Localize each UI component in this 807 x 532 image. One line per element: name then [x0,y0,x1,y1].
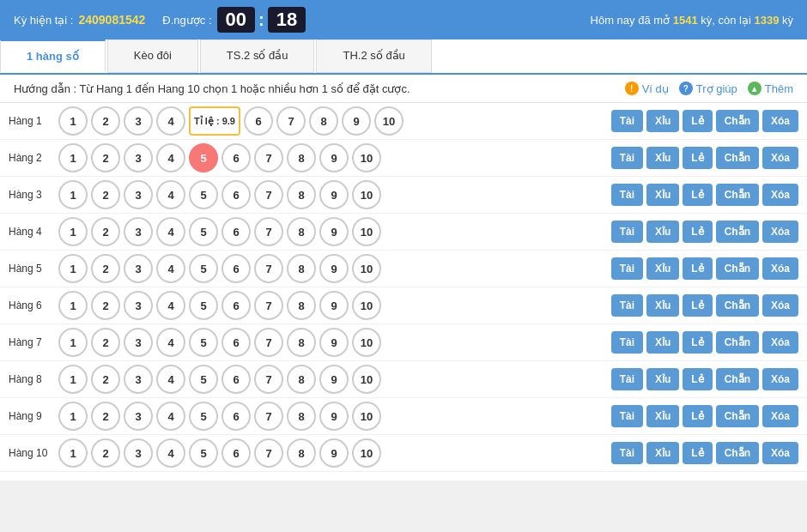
action-btn-chẵn-row5[interactable]: Chẵn [716,257,759,280]
num-btn-row1-7[interactable]: 7 [276,106,306,136]
num-btn-row10-9[interactable]: 9 [319,438,349,468]
action-btn-tài-row5[interactable]: Tài [611,257,643,280]
action-btn-lẻ-row5[interactable]: Lẻ [683,257,712,280]
num-btn-row5-8[interactable]: 8 [287,254,316,283]
action-btn-xóa-row2[interactable]: Xóa [762,147,798,169]
action-btn-tài-row9[interactable]: Tài [611,405,643,427]
num-btn-row8-7[interactable]: 7 [254,365,283,394]
action-btn-lẻ-row9[interactable]: Lẻ [683,405,712,427]
action-btn-chẵn-row9[interactable]: Chẵn [716,405,759,427]
num-btn-row8-2[interactable]: 2 [91,365,120,394]
num-btn-row5-1[interactable]: 1 [58,254,88,283]
num-btn-row6-9[interactable]: 9 [319,291,349,320]
num-btn-row2-1[interactable]: 1 [58,143,88,172]
num-btn-row7-6[interactable]: 6 [221,328,251,357]
num-btn-row4-9[interactable]: 9 [319,217,349,246]
num-btn-row8-3[interactable]: 3 [124,365,153,394]
action-btn-tài-row6[interactable]: Tài [611,294,643,317]
tab-tab2[interactable]: Kèo đôi [107,39,198,73]
num-btn-row1-6[interactable]: 6 [244,106,273,136]
num-btn-row1-10[interactable]: 10 [374,106,404,136]
action-btn-xóa-row4[interactable]: Xóa [762,221,798,243]
num-btn-row10-4[interactable]: 4 [156,438,185,468]
action-btn-xỉu-row3[interactable]: Xỉu [646,184,679,206]
num-btn-row3-4[interactable]: 4 [156,180,185,209]
action-btn-lẻ-row3[interactable]: Lẻ [683,184,712,206]
num-btn-row7-5[interactable]: 5 [189,328,218,357]
action-btn-tài-row7[interactable]: Tài [611,331,643,354]
num-btn-row4-1[interactable]: 1 [58,217,88,246]
num-btn-row2-5[interactable]: 5 [189,143,218,172]
num-btn-row1-2[interactable]: 2 [91,106,120,136]
num-btn-row4-6[interactable]: 6 [221,217,251,246]
action-btn-xỉu-row2[interactable]: Xỉu [646,147,679,169]
num-btn-row7-1[interactable]: 1 [58,328,88,357]
num-btn-row7-9[interactable]: 9 [319,328,349,357]
action-btn-xỉu-row8[interactable]: Xỉu [646,368,679,390]
num-btn-row3-2[interactable]: 2 [91,180,120,209]
action-btn-lẻ-row10[interactable]: Lẻ [683,442,712,464]
action-btn-lẻ-row4[interactable]: Lẻ [683,221,712,243]
num-btn-row5-6[interactable]: 6 [221,254,251,283]
num-btn-row1-1[interactable]: 1 [58,106,88,136]
action-btn-tài-row2[interactable]: Tài [611,147,643,169]
num-btn-row1-3[interactable]: 3 [124,106,153,136]
num-btn-row10-1[interactable]: 1 [58,438,88,468]
num-btn-row9-3[interactable]: 3 [124,402,153,431]
action-btn-xóa-row6[interactable]: Xóa [762,294,798,317]
num-btn-row3-7[interactable]: 7 [254,180,283,209]
num-btn-row8-8[interactable]: 8 [287,365,316,394]
num-btn-row3-1[interactable]: 1 [58,180,88,209]
num-btn-row8-6[interactable]: 6 [221,365,251,394]
tro-giup-action[interactable]: ? Trợ giúp [679,82,737,95]
action-btn-xỉu-row6[interactable]: Xỉu [646,294,679,317]
tab-tab4[interactable]: TH.2 số đầu [316,39,431,73]
num-btn-row7-7[interactable]: 7 [254,328,283,357]
num-btn-row5-7[interactable]: 7 [254,254,283,283]
action-btn-tài-row1[interactable]: Tài [611,110,643,132]
num-btn-row7-8[interactable]: 8 [287,328,316,357]
them-action[interactable]: ▲ Thêm [748,82,793,95]
num-btn-row6-7[interactable]: 7 [254,291,283,320]
action-btn-xóa-row10[interactable]: Xóa [762,442,798,464]
num-btn-row4-7[interactable]: 7 [254,217,283,246]
action-btn-chẵn-row10[interactable]: Chẵn [716,442,759,464]
num-btn-row2-3[interactable]: 3 [124,143,153,172]
action-btn-xỉu-row4[interactable]: Xỉu [646,221,679,243]
action-btn-xóa-row9[interactable]: Xóa [762,405,798,427]
num-btn-row3-9[interactable]: 9 [319,180,349,209]
num-btn-row9-8[interactable]: 8 [287,402,316,431]
num-btn-row8-4[interactable]: 4 [156,365,185,394]
num-btn-row5-2[interactable]: 2 [91,254,120,283]
num-btn-row6-6[interactable]: 6 [221,291,251,320]
action-btn-tài-row4[interactable]: Tài [611,221,643,243]
num-btn-row10-2[interactable]: 2 [91,438,120,468]
action-btn-xỉu-row9[interactable]: Xỉu [646,405,679,427]
num-btn-row5-10[interactable]: 10 [352,254,381,283]
num-btn-row8-10[interactable]: 10 [352,365,381,394]
num-btn-row4-2[interactable]: 2 [91,217,120,246]
tab-tab3[interactable]: TS.2 số đầu [200,39,315,73]
action-btn-xỉu-row10[interactable]: Xỉu [646,442,679,464]
num-btn-row4-8[interactable]: 8 [287,217,316,246]
num-btn-row9-7[interactable]: 7 [254,402,283,431]
num-btn-row2-9[interactable]: 9 [319,143,349,172]
action-btn-xóa-row7[interactable]: Xóa [762,331,798,354]
num-btn-row6-10[interactable]: 10 [352,291,381,320]
num-btn-row2-6[interactable]: 6 [221,143,251,172]
action-btn-tài-row3[interactable]: Tài [611,184,643,206]
num-btn-row8-1[interactable]: 1 [58,365,88,394]
num-btn-row3-10[interactable]: 10 [352,180,381,209]
action-btn-tài-row8[interactable]: Tài [611,368,643,390]
action-btn-xóa-row8[interactable]: Xóa [762,368,798,390]
action-btn-xỉu-row1[interactable]: Xỉu [646,110,679,132]
num-btn-row9-5[interactable]: 5 [189,402,218,431]
action-btn-chẵn-row6[interactable]: Chẵn [716,294,759,317]
num-btn-row6-8[interactable]: 8 [287,291,316,320]
action-btn-chẵn-row7[interactable]: Chẵn [716,331,759,354]
num-btn-row1-4[interactable]: 4 [156,106,185,136]
num-btn-row7-3[interactable]: 3 [124,328,153,357]
num-btn-row6-5[interactable]: 5 [189,291,218,320]
num-btn-row8-9[interactable]: 9 [319,365,349,394]
num-btn-row8-5[interactable]: 5 [189,365,218,394]
